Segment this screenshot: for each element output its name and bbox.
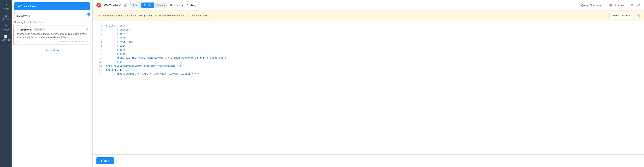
code-line: 7 a.zone, — [92, 48, 644, 52]
code-line: 11from hive.analytics.ddv2_comp_wbr_tran… — [92, 64, 644, 68]
sidebar-item-label: Examples — [2, 39, 10, 41]
card-footer: N / A 05 Mar 2019 20:16 for 4m 27s — [16, 40, 88, 43]
line-number: 4 — [96, 36, 102, 40]
line-content: select a.year, — [106, 24, 127, 28]
link-icon[interactable]: 🔗 — [124, 3, 128, 7]
search-input[interactable] — [14, 13, 84, 19]
code-line: 9 count(distinct case when a.orders > 0 … — [92, 56, 644, 60]
line-content: a.quarter, — [106, 28, 132, 32]
toolbar: ✕ 25297477 🔗 Hive Presto Spark ▾ default… — [92, 0, 644, 11]
filter-button[interactable]: ⧉ 5 — [86, 13, 90, 19]
calendar-icon: 📅 — [609, 4, 612, 7]
sidebar-nav: ⏱ History ⊞ Tables 🗄 Storage 📄 Examples — [0, 0, 12, 167]
banner-close-button[interactable]: ✕ — [637, 14, 640, 18]
query-statement-button[interactable]: Query Statement ▾ — [581, 4, 604, 7]
banner-right: Switch Account ✕ — [610, 13, 640, 18]
code-line: 10 a.dt — [92, 60, 644, 64]
sidebar-item-storage[interactable]: 🗄 Storage — [0, 22, 12, 33]
tab-hive[interactable]: Hive — [130, 3, 141, 8]
line-number: 3 — [96, 32, 102, 36]
line-number: 8 — [96, 52, 102, 56]
create-new-button[interactable]: + Create New — [14, 2, 90, 10]
line-number: 1 — [96, 24, 102, 28]
tab-spark[interactable]: Spark ▾ — [154, 3, 167, 8]
editor-area[interactable]: 1select a.year,2 a.quarter,3 a.month,4 a… — [92, 21, 644, 154]
code-line: 4 a.week, — [92, 36, 644, 40]
line-number: 10 — [96, 60, 102, 64]
card-snippet: select a.year, a.quarter, a.month, a.wee… — [16, 33, 88, 39]
chevron-down-icon: ▾ — [164, 4, 165, 7]
examples-icon: 📄 — [4, 34, 8, 38]
show-more-button[interactable]: Show More — [12, 46, 92, 55]
code-line: 12group by 1,2,6, — [92, 68, 644, 72]
sidebar-item-examples[interactable]: 📄 Examples — [0, 33, 12, 43]
preview-button[interactable]: 👁 — [85, 28, 88, 31]
line-content: count(distinct case when a.orders > 0 th… — [106, 56, 228, 60]
engine-tabs: Hive Presto Spark ▾ — [130, 2, 168, 8]
cluster-name: default — [173, 4, 181, 7]
query-id: 25297477 — [21, 28, 32, 31]
sidebar-item-tables[interactable]: ⊞ Tables — [0, 12, 12, 22]
history-icon: ⏱ — [4, 4, 7, 7]
clear-search-link[interactable]: Clear Search — [32, 21, 46, 24]
showing-text: Showing 1 result. — [14, 21, 32, 24]
warning-banner: This command belongs to account id : 511… — [92, 11, 644, 21]
close-button[interactable]: ✕ — [96, 3, 101, 8]
line-number: 13 — [96, 72, 102, 76]
search-row: ⧉ 5 — [12, 13, 92, 21]
line-content: a.slot, — [106, 52, 127, 56]
query-statement-chevron-icon: ▾ — [602, 4, 604, 7]
storage-icon: 🗄 — [4, 24, 7, 28]
card-timestamp: 05 Mar 2019 20:16 for 4m 27s — [60, 40, 88, 43]
schedule-button[interactable]: 📅 Schedule — [607, 3, 627, 8]
query-list: ✕ 25297477 PRESTO 👁 select a.year, a.qua… — [12, 26, 92, 167]
cluster-status-dot — [170, 4, 172, 6]
line-content: a.city, — [106, 44, 127, 48]
code-line: 3 a.month, — [92, 32, 644, 36]
line-number: 6 — [96, 44, 102, 48]
format-icon: ≡ — [631, 3, 633, 7]
editing-badge: Editing — [187, 4, 196, 7]
filter-badge: 5 — [87, 13, 90, 16]
line-number: 2 — [96, 28, 102, 32]
cluster-selector[interactable]: default ▾ — [170, 4, 183, 7]
code-line: 8 a.slot, — [92, 52, 644, 56]
line-content: a.week, — [106, 36, 127, 40]
line-number: 9 — [96, 56, 102, 60]
sidebar-item-label: Storage — [2, 28, 9, 31]
error-icon: ✕ — [16, 28, 19, 31]
expand-icon: ⤢ — [637, 3, 640, 7]
sidebar-item-label: History — [3, 8, 9, 10]
sidebar-item-history[interactable]: ⏱ History — [0, 2, 12, 12]
line-number: 12 — [96, 68, 102, 72]
query-card[interactable]: ✕ 25297477 PRESTO 👁 select a.year, a.qua… — [14, 26, 90, 45]
line-number: 7 — [96, 48, 102, 52]
expand-button[interactable]: ⤢ — [637, 3, 640, 8]
eye-icon: 👁 — [85, 28, 88, 31]
code-line: 1select a.year, — [92, 24, 644, 28]
line-content: a.dt — [106, 60, 123, 64]
line-content: a.week_flag, — [106, 40, 134, 44]
main-content: ✕ 25297477 🔗 Hive Presto Spark ▾ default… — [92, 0, 644, 167]
code-line: 2 a.quarter, — [92, 28, 644, 32]
code-line: 5 a.week_flag, — [92, 40, 644, 44]
line-content: group by 1,2,6, — [106, 68, 129, 72]
switch-account-button[interactable]: Switch Account — [610, 13, 633, 18]
left-panel: + Create New ⧉ 5 Showing 1 result. Clear… — [12, 0, 92, 167]
format-button[interactable]: ≡ — [630, 2, 634, 8]
card-header: ✕ 25297477 PRESTO — [16, 28, 88, 31]
schedule-label: Schedule — [614, 4, 625, 7]
toolbar-right: Query Statement ▾ 📅 Schedule ≡ ⤢ — [581, 2, 640, 8]
line-content: a.month, — [106, 32, 129, 36]
line-number: 5 — [96, 40, 102, 44]
code-line: 13 cube(a.month, a.week, a.week_flag, a.… — [92, 72, 644, 76]
toolbar-query-id: 25297477 — [104, 3, 121, 7]
line-content: cube(a.month, a.week, a.week_flag, a.zon… — [106, 72, 200, 76]
run-button[interactable]: ▶ Run — [96, 157, 114, 164]
engine-badge: PRESTO — [34, 28, 46, 31]
sidebar-item-label: Tables — [3, 18, 9, 20]
cluster-chevron-icon: ▾ — [182, 4, 183, 7]
tab-presto[interactable]: Presto — [142, 3, 154, 8]
line-number: 11 — [96, 64, 102, 68]
query-statement-label: Query Statement — [581, 4, 602, 7]
